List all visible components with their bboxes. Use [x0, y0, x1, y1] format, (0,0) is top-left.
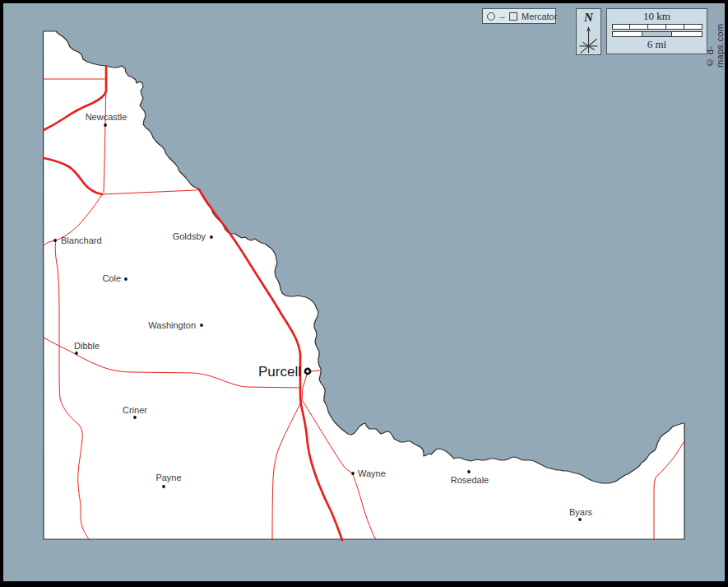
city-label-wayne: Wayne [358, 468, 386, 478]
city-dot-dibble [75, 352, 78, 355]
city-label-newcastle: Newcastle [86, 112, 128, 122]
city-dot-purcell [305, 369, 310, 374]
city-dot-criner [133, 416, 137, 419]
compass-north-label: N [584, 11, 593, 25]
city-label-cole: Cole [102, 273, 121, 283]
city-dot-goldsby [210, 235, 213, 239]
scale-mi-bar [612, 31, 702, 37]
map-canvas: NewcastleBlanchardGoldsbyColeWashingtonD… [0, 0, 728, 587]
city-dot-byars [578, 518, 582, 521]
city-label-criner: Criner [123, 405, 147, 415]
city-label-payne: Payne [155, 473, 181, 482]
scale-km-label: 10 km [643, 10, 670, 23]
compass-rose-icon [577, 25, 600, 55]
arrow-right-icon: → [498, 12, 507, 21]
globe-circle-icon [487, 12, 495, 21]
city-dot-rosedale [467, 470, 471, 473]
copyright-watermark: © d-maps.com [705, 7, 725, 68]
city-label-byars: Byars [569, 507, 593, 517]
scale-km-bar [612, 24, 702, 30]
scale-mi-label: 6 mi [647, 38, 666, 51]
city-label-purcell: Purcell [258, 364, 301, 380]
city-dot-newcastle [104, 123, 107, 127]
scale-bar: 10 km 6 mi [606, 8, 707, 54]
map-svg: NewcastleBlanchardGoldsbyColeWashingtonD… [0, 0, 728, 587]
projection-legend: → Mercator [482, 8, 556, 24]
city-dot-payne [162, 485, 165, 488]
city-dot-wayne [351, 472, 355, 475]
projection-square-icon [509, 12, 517, 21]
city-label-goldsby: Goldsby [173, 231, 206, 241]
city-label-dibble: Dibble [74, 341, 100, 351]
city-label-rosedale: Rosedale [451, 475, 489, 485]
county-shape [44, 31, 685, 539]
city-label-washington: Washington [148, 320, 196, 330]
compass: N [576, 8, 601, 55]
city-dot-cole [124, 277, 128, 281]
city-dot-blanchard [53, 239, 57, 242]
projection-label: Mercator [522, 12, 557, 21]
city-label-blanchard: Blanchard [61, 235, 102, 245]
city-dot-washington [200, 324, 203, 327]
